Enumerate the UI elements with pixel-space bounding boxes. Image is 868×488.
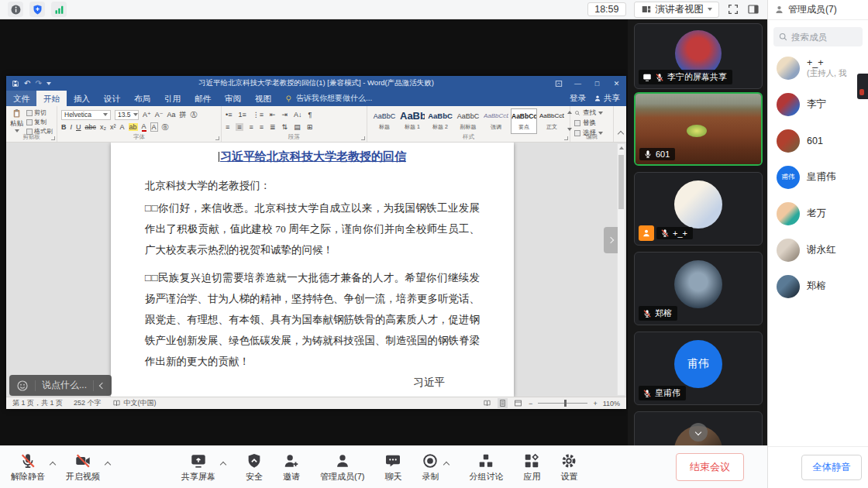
zoom-out-button[interactable]: −: [529, 400, 532, 407]
chat-quick-input[interactable]: 说点什么...: [9, 375, 112, 396]
video-tile-screen-share[interactable]: 李宁的屏幕共享: [634, 23, 763, 89]
underline-button[interactable]: U: [76, 123, 81, 131]
tab-review[interactable]: 审阅: [218, 91, 248, 106]
style-chip[interactable]: AaBbC副标题: [455, 108, 481, 134]
text-effects-button[interactable]: A: [120, 123, 125, 131]
share-screen-button[interactable]: 共享屏幕: [181, 452, 215, 483]
start-video-button[interactable]: 开启视频: [66, 452, 100, 483]
tab-view[interactable]: 视图: [248, 91, 278, 106]
member-search-box[interactable]: [773, 27, 863, 46]
video-tile-partial[interactable]: [634, 411, 763, 445]
tell-me-box[interactable]: 告诉我你想要做什么...: [284, 93, 372, 104]
shading-button[interactable]: ▤: [294, 123, 301, 131]
meeting-security-button[interactable]: [29, 2, 45, 17]
redo-button[interactable]: ↷: [35, 79, 41, 88]
decrease-indent-button[interactable]: ⇤: [270, 111, 276, 119]
numbering-button[interactable]: 1≡: [238, 111, 246, 119]
web-layout-button[interactable]: [513, 398, 523, 408]
mute-all-button[interactable]: 全体静音: [801, 455, 862, 480]
side-panel-toggle-button[interactable]: [747, 3, 760, 15]
zoom-slider-thumb[interactable]: [564, 400, 567, 407]
dialog-launcher-icon[interactable]: [51, 136, 55, 140]
style-chip[interactable]: AaBbC标题 2: [427, 108, 453, 134]
member-row[interactable]: 老万: [768, 195, 868, 232]
record-button[interactable]: 录制: [422, 452, 439, 483]
meeting-info-button[interactable]: [8, 2, 23, 17]
increase-indent-button[interactable]: ⇥: [281, 111, 288, 119]
close-button[interactable]: ✕: [607, 76, 626, 91]
qat-customize-icon[interactable]: [46, 82, 51, 85]
video-options-chevron[interactable]: [105, 456, 110, 470]
video-tile-active-speaker[interactable]: 601: [634, 92, 763, 166]
record-options-chevron[interactable]: [444, 456, 449, 470]
member-row[interactable]: 甫伟 皇甫伟: [768, 159, 868, 195]
tab-design[interactable]: 设计: [97, 91, 127, 106]
tab-references[interactable]: 引用: [157, 91, 188, 106]
bold-button[interactable]: B: [61, 123, 67, 131]
maximize-button[interactable]: □: [587, 76, 607, 91]
print-layout-button[interactable]: [498, 398, 508, 408]
apps-button[interactable]: 应用: [523, 452, 540, 483]
style-chip[interactable]: AaBbCcDd正文: [539, 108, 565, 134]
replace-button[interactable]: 替换: [574, 119, 609, 128]
language-indicator[interactable]: 中文(中国): [112, 398, 157, 408]
dialog-launcher-icon[interactable]: [564, 136, 568, 140]
emoji-smiley-icon[interactable]: [16, 380, 29, 392]
character-shading-button[interactable]: A: [150, 122, 158, 132]
tab-home[interactable]: 开始: [36, 91, 67, 106]
unmute-button[interactable]: 解除静音: [11, 452, 45, 483]
grow-font-button[interactable]: A⁺: [143, 111, 151, 119]
member-action-flyout[interactable]: [857, 74, 868, 99]
member-row-host[interactable]: +_+ (主持人, 我: [768, 50, 868, 86]
word-count[interactable]: 252 个字: [74, 398, 102, 408]
security-button[interactable]: 安全: [246, 452, 263, 483]
phonetic-guide-button[interactable]: 拼: [180, 110, 187, 120]
video-tile[interactable]: 郑榕: [634, 252, 763, 325]
invite-button[interactable]: 邀请: [283, 452, 300, 483]
mic-options-chevron[interactable]: [50, 456, 55, 470]
cut-button[interactable]: 剪切: [26, 108, 53, 117]
member-row[interactable]: 郑榕: [768, 268, 868, 304]
dialog-launcher-icon[interactable]: [361, 136, 365, 140]
find-button[interactable]: 查找: [574, 108, 609, 118]
search-input[interactable]: [791, 33, 856, 42]
font-color-button[interactable]: A: [142, 122, 146, 132]
share-options-chevron[interactable]: [221, 456, 226, 470]
chat-button[interactable]: 聊天: [384, 452, 401, 483]
more-videos-button[interactable]: [689, 423, 708, 442]
word-document-area[interactable]: 习近平给北京科技大学老教授的回信 北京科技大学的老教授们： □□你们好，来信收悉…: [6, 143, 626, 397]
align-center-button[interactable]: ≡: [236, 123, 243, 131]
member-row[interactable]: 李宁: [768, 86, 868, 122]
shrink-font-button[interactable]: A⁻: [155, 111, 164, 119]
vertical-scrollbar[interactable]: [617, 143, 625, 396]
highlight-color-button[interactable]: ab: [129, 123, 138, 131]
scroll-up-icon[interactable]: [619, 146, 624, 149]
read-mode-button[interactable]: [482, 398, 492, 408]
document-page[interactable]: 习近平给北京科技大学老教授的回信 北京科技大学的老教授们： □□你们好，来信收悉…: [111, 143, 514, 397]
show-marks-button[interactable]: ¶: [308, 111, 312, 119]
style-chip-selected[interactable]: AaBbCcD要点: [511, 108, 537, 134]
borders-button[interactable]: ⊞: [307, 123, 313, 131]
superscript-button[interactable]: x²: [110, 123, 116, 131]
character-border-button[interactable]: Ⓐ: [191, 110, 198, 120]
align-right-button[interactable]: ≡: [250, 123, 253, 131]
page-indicator[interactable]: 第 1 页，共 1 页: [12, 398, 63, 408]
tab-mailings[interactable]: 邮件: [188, 91, 218, 106]
justify-button[interactable]: ≡: [260, 123, 264, 131]
view-mode-dropdown[interactable]: 演讲者视图: [634, 2, 720, 18]
breakout-rooms-button[interactable]: 分组讨论: [469, 452, 503, 483]
share-button[interactable]: 共享: [594, 93, 620, 104]
bullets-button[interactable]: •≡: [226, 111, 232, 119]
fullscreen-button[interactable]: [727, 3, 739, 15]
style-chip[interactable]: AaBbCcD强调: [483, 108, 509, 134]
subscript-button[interactable]: x₂: [100, 123, 106, 131]
manage-members-button[interactable]: 管理成员(7): [320, 452, 364, 483]
tab-layout[interactable]: 布局: [127, 91, 157, 106]
dialog-launcher-icon[interactable]: [215, 136, 219, 140]
member-row[interactable]: 谢永红: [768, 232, 868, 268]
undo-button[interactable]: ↶: [24, 79, 30, 88]
font-size-combo[interactable]: 13.5: [115, 110, 139, 120]
video-tile[interactable]: 甫伟 皇甫伟: [634, 332, 763, 405]
style-chip[interactable]: AaBbC标题: [371, 108, 398, 134]
ribbon-display-options-button[interactable]: [549, 76, 568, 91]
